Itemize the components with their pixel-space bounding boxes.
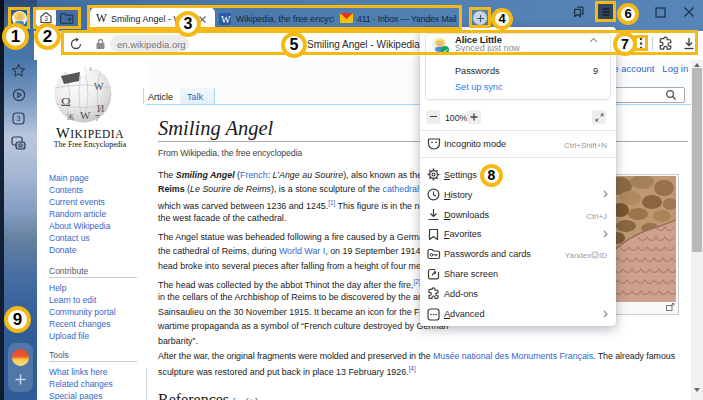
- svg-text:Ω: Ω: [61, 94, 71, 109]
- svg-text:3: 3: [17, 115, 21, 122]
- svg-text:Ж: Ж: [67, 113, 75, 122]
- svg-text:7: 7: [95, 113, 100, 123]
- svg-text:δ: δ: [89, 66, 92, 72]
- svg-text:W: W: [80, 109, 91, 121]
- svg-text:W: W: [94, 81, 104, 92]
